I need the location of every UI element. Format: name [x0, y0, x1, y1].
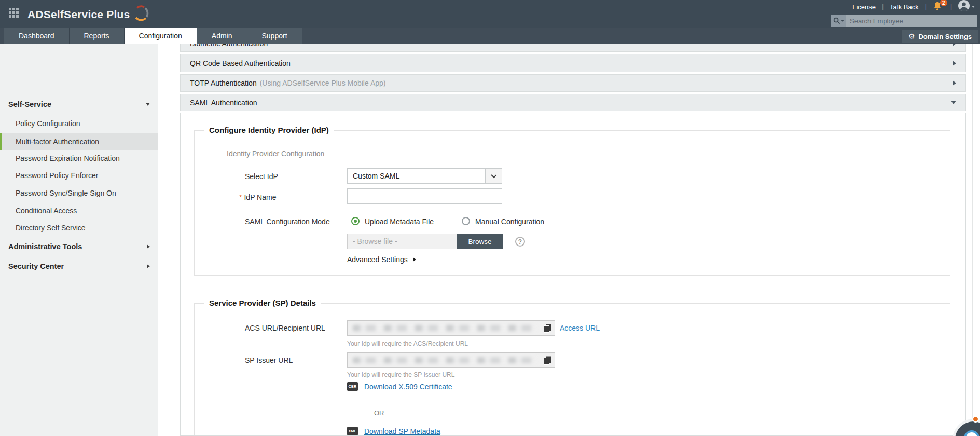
avatar-icon: [958, 0, 970, 13]
gear-icon: ⚙: [908, 33, 915, 40]
sidebar-section-security-center[interactable]: Security Center: [0, 260, 158, 272]
issuer-helper-text: Your Idp will require the SP Issuer URL: [347, 371, 454, 378]
access-url-link[interactable]: Access URL: [560, 324, 600, 332]
idp-name-label-row: *IdP Name: [239, 193, 276, 201]
chevron-right-icon: [413, 257, 416, 262]
separator: |: [882, 3, 884, 10]
idp-name-input[interactable]: [347, 188, 502, 204]
copy-icon[interactable]: [544, 356, 551, 367]
search-caret-icon: [841, 20, 844, 22]
chevron-right-icon: [953, 44, 956, 46]
sidebar-item-conditional-access[interactable]: Conditional Access: [0, 203, 158, 219]
product-logo: ADSelfService Plus: [27, 4, 149, 25]
xml-file-icon: XML: [347, 427, 358, 435]
help-icon[interactable]: ?: [515, 237, 525, 247]
logo-swirl-icon: [132, 4, 149, 25]
notification-badge: 2: [940, 0, 947, 6]
tab-reports[interactable]: Reports: [70, 28, 125, 44]
user-menu[interactable]: [958, 0, 975, 13]
sidebar-item-password-expiration-notification[interactable]: Password Expiration Notification: [0, 151, 158, 166]
license-link[interactable]: License: [852, 3, 876, 11]
idp-subtitle: Identity Provider Configuration: [227, 149, 324, 158]
sidebar-item-directory-self-service[interactable]: Directory Self Service: [0, 220, 158, 236]
copy-icon[interactable]: [544, 324, 551, 335]
sp-issuer-field[interactable]: [347, 352, 555, 368]
idp-fieldset-title: Configure Identity Provider (IdP): [204, 126, 334, 134]
sidebar-section-self-service[interactable]: Self-Service: [0, 98, 158, 111]
sidebar-item-policy-configuration[interactable]: Policy Configuration: [0, 116, 158, 131]
idp-name-label: IdP Name: [244, 193, 276, 201]
separator: |: [950, 3, 952, 10]
radio-manual-configuration[interactable]: [462, 217, 470, 225]
radio-upload-metadata-file[interactable]: [351, 217, 360, 225]
accordion-row-qr-code-authentication[interactable]: QR Code Based Authentication: [180, 54, 966, 72]
divider-line: [347, 413, 369, 413]
sidebar-section-administrative-tools[interactable]: Administrative Tools: [0, 240, 158, 253]
advanced-settings-link[interactable]: Advanced Settings: [347, 255, 416, 264]
search-icon[interactable]: [831, 15, 846, 27]
chevron-down-icon: [951, 101, 956, 104]
accordion-row-biometric-authentication[interactable]: Biometric Authentication: [180, 44, 966, 52]
saml-authentication-panel: Configure Identity Provider (IdP) Identi…: [180, 113, 966, 436]
accordion-row-totp-authentication[interactable]: TOTP Authentication (Using ADSelfService…: [180, 74, 966, 92]
search-input[interactable]: [846, 15, 977, 27]
accordion-row-saml-authentication[interactable]: SAML Authentication: [180, 94, 966, 111]
configure-idp-fieldset: Configure Identity Provider (IdP) Identi…: [194, 130, 950, 276]
dropdown-button[interactable]: [485, 169, 502, 183]
left-sidebar: Self-Service Policy Configuration Multi-…: [0, 44, 158, 436]
domain-settings-label: Domain Settings: [918, 33, 972, 40]
tab-configuration[interactable]: Configuration: [125, 28, 197, 44]
download-certificate-link[interactable]: CER Download X.509 Certificate: [347, 382, 452, 391]
adselfservice-plus-app: ADSelfService Plus License | Talk Back |…: [0, 0, 980, 436]
avatar-caret-icon: [972, 6, 975, 8]
divider-line: [390, 413, 411, 413]
metadata-file-input[interactable]: - Browse file -: [347, 234, 457, 249]
app-grid-icon[interactable]: [9, 8, 19, 18]
chat-notification-dot: [972, 416, 979, 423]
select-idp-value: Custom SAML: [348, 172, 485, 180]
saml-mode-label: SAML Configuration Mode: [245, 217, 330, 226]
sp-fieldset-title: Service Provider (SP) Details: [204, 298, 321, 307]
acs-helper-text: Your Idp will require the ACS/Recipient …: [347, 340, 468, 347]
main-nav-tabbar: Dashboard Reports Configuration Admin Su…: [0, 28, 980, 44]
tab-support[interactable]: Support: [247, 28, 302, 44]
chevron-right-icon: [147, 244, 150, 249]
acs-url-field[interactable]: [347, 320, 555, 336]
sidebar-item-password-policy-enforcer[interactable]: Password Policy Enforcer: [0, 168, 158, 183]
redacted-url-value: [353, 325, 537, 331]
logo-text: ADSelfService Plus: [27, 8, 130, 21]
employee-search: [831, 15, 977, 27]
radio-upload-metadata-label[interactable]: Upload Metadata File: [365, 217, 434, 226]
file-placeholder: - Browse file -: [353, 237, 397, 246]
download-sp-metadata-link[interactable]: XML Download SP Metadata: [347, 427, 440, 435]
sidebar-item-multi-factor-authentication[interactable]: Multi-factor Authentication: [0, 133, 158, 150]
tab-dashboard[interactable]: Dashboard: [4, 28, 70, 44]
header-links: License | Talk Back | 2 |: [852, 0, 975, 13]
browse-button[interactable]: Browse: [457, 234, 503, 249]
content-right-divider: [972, 44, 973, 436]
tab-admin[interactable]: Admin: [197, 28, 247, 44]
top-header-bar: ADSelfService Plus License | Talk Back |…: [0, 0, 980, 28]
chevron-right-icon: [953, 80, 956, 86]
redacted-url-value: [353, 357, 537, 363]
chevron-down-icon: [491, 172, 496, 178]
chat-icon: [964, 430, 979, 436]
chevron-right-icon: [147, 264, 150, 268]
required-marker: *: [239, 193, 242, 201]
chevron-right-icon: [953, 61, 956, 66]
main-nav-tabs: Dashboard Reports Configuration Admin Su…: [4, 28, 302, 44]
notification-bell-icon[interactable]: 2: [933, 2, 944, 12]
or-separator: OR: [347, 407, 425, 418]
sp-details-fieldset: Service Provider (SP) Details ACS URL/Re…: [194, 303, 950, 436]
radio-manual-configuration-label[interactable]: Manual Configuration: [475, 217, 544, 226]
select-idp-dropdown[interactable]: Custom SAML: [347, 168, 502, 184]
talk-back-link[interactable]: Talk Back: [890, 3, 919, 11]
sp-issuer-label: SP Issuer URL: [245, 356, 293, 364]
acs-url-label: ACS URL/Recipient URL: [245, 324, 325, 332]
sidebar-item-password-sync-single-sign-on[interactable]: Password Sync/Single Sign On: [0, 185, 158, 201]
domain-settings-button[interactable]: ⚙ Domain Settings: [902, 30, 978, 43]
cer-file-icon: CER: [347, 382, 358, 391]
chevron-down-icon: [146, 103, 150, 106]
main-content: Biometric Authentication QR Code Based A…: [158, 44, 980, 436]
separator: |: [925, 3, 927, 10]
